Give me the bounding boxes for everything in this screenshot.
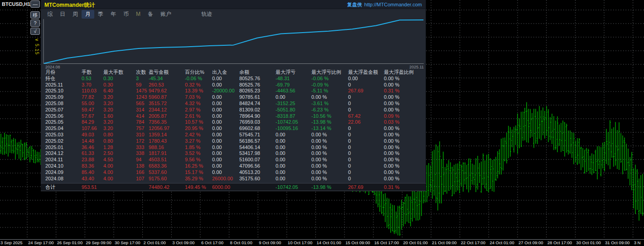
row-label: 2024.09 bbox=[45, 169, 63, 176]
time-axis-label: 8 Oct 01:00 bbox=[230, 240, 252, 245]
table-row-2025.07[interactable]: 2025.0759.473.203142344.122.97 %0.008130… bbox=[41, 107, 426, 113]
menu-item-轨迹[interactable]: 轨迹 bbox=[198, 10, 216, 19]
cell: 0.00 % bbox=[311, 176, 327, 182]
cell: 0.00 bbox=[276, 132, 285, 138]
table-row-2025.10[interactable]: 2025.10110.036.4014759479.6213.39 %-2000… bbox=[41, 88, 426, 94]
cell: 26000.00 bbox=[212, 176, 233, 182]
table-row-2025.09[interactable]: 2025.0977.823.2012435960.877.03 %0.00907… bbox=[41, 94, 426, 101]
cell: 0 bbox=[348, 157, 351, 163]
cell: 15.17 % bbox=[185, 169, 203, 176]
cell: 57.67 bbox=[82, 113, 94, 120]
time-axis-label: 16 Oct 17:00 bbox=[374, 240, 399, 245]
row-label: 2025.02 bbox=[45, 138, 63, 145]
menu-item-月[interactable]: 月 bbox=[82, 10, 94, 19]
cell: -13.14 % bbox=[311, 125, 331, 132]
menu-item-账户[interactable]: 账户 bbox=[157, 10, 175, 19]
table-row-持仓[interactable]: 持仓0.530.303-45.34-0.06 %0.0080525.76-48.… bbox=[41, 76, 426, 82]
table-row-2025.04[interactable]: 2025.04107.663.2075712056.9720.95 %0.006… bbox=[41, 125, 426, 132]
cell: 2005.87 bbox=[149, 113, 167, 120]
table-row-2024.11[interactable]: 2024.1123.884.50944503.519.56 %0.0051600… bbox=[41, 157, 426, 163]
cell: 0 bbox=[348, 94, 351, 101]
cell: 56186.57 bbox=[239, 138, 260, 145]
cell: -5051.80 bbox=[276, 107, 295, 113]
table-row-2025.03[interactable]: 2025.0349.030.803101359.142.42 %0.005754… bbox=[41, 132, 426, 138]
table-row-2025.11[interactable]: 2025.113.700.3059260.530.32 %0.0080525.7… bbox=[41, 82, 426, 88]
time-axis-label: 21 Oct 09:00 bbox=[432, 240, 456, 245]
cell: 4.00 bbox=[103, 176, 113, 182]
brand-url-link[interactable]: http://MTCommander.com bbox=[364, 2, 422, 7]
cell: 20.95 % bbox=[185, 125, 203, 132]
menu-item-综[interactable]: 综 bbox=[44, 10, 56, 19]
cell: 2344.12 bbox=[149, 107, 167, 113]
cell: 0.00 % bbox=[384, 150, 399, 157]
cell: 77.82 bbox=[82, 94, 94, 101]
help-button[interactable]: ? bbox=[30, 19, 40, 27]
move-button[interactable]: 移 bbox=[30, 11, 40, 19]
cell: 80265.23 bbox=[239, 88, 260, 94]
menu-item-年[interactable]: 年 bbox=[107, 10, 120, 19]
cell: 10.57 % bbox=[185, 119, 203, 125]
cell: 3.20 bbox=[103, 119, 113, 125]
table-row-2024.09[interactable]: 2024.0985.404.001665337.6015.17 %0.00405… bbox=[41, 169, 426, 176]
cell: 0.00 bbox=[212, 125, 222, 132]
cell: 1243 bbox=[136, 94, 147, 101]
table-row-2025.08[interactable]: 2025.0855.003.205653515.724.32 %0.008482… bbox=[41, 101, 426, 107]
total-cell: -10742.05 bbox=[276, 183, 298, 191]
table-total-row[interactable]: 合计953.5174480.42149.45 %6000.00-10742.05… bbox=[41, 183, 426, 191]
total-cell: 267.69 bbox=[348, 183, 363, 191]
cell: 0.03 % bbox=[384, 119, 399, 125]
time-axis-label: 28 Oct 17:00 bbox=[547, 240, 572, 245]
equity-start-label: 2024.08 bbox=[45, 65, 60, 69]
cell: 7.03 % bbox=[185, 94, 200, 101]
cell: 3.20 bbox=[103, 94, 113, 101]
menu-item-M[interactable]: M bbox=[132, 10, 144, 18]
cell: 565 bbox=[136, 101, 144, 107]
check-button[interactable]: √ bbox=[30, 28, 40, 35]
cell: 172 bbox=[136, 138, 144, 145]
menu-item-日[interactable]: 日 bbox=[56, 10, 69, 19]
table-row-2024.10[interactable]: 2024.1083.364.001386583.3616.25 %0.00470… bbox=[41, 163, 426, 169]
cell: 0.00 bbox=[212, 94, 222, 101]
cell: 84824.74 bbox=[239, 101, 260, 107]
minimize-button[interactable]: — bbox=[30, 0, 40, 8]
col-header: 最大浮盈金额 bbox=[348, 69, 378, 76]
menu-item-备[interactable]: 备 bbox=[144, 10, 157, 19]
menu-item-周[interactable]: 周 bbox=[69, 10, 82, 19]
table-row-2025.05[interactable]: 2025.0584.293.207847356.3510.57 %0.00769… bbox=[41, 119, 426, 125]
cell: 3.27 % bbox=[185, 138, 200, 145]
table-row-2025.01[interactable]: 2025.0136.461.28333988.161.85 %0.0054406… bbox=[41, 145, 426, 151]
version-label: ∨ 5.15 bbox=[34, 38, 40, 55]
equity-line bbox=[44, 20, 423, 63]
row-label: 2025.09 bbox=[45, 94, 63, 101]
equity-axes bbox=[44, 19, 424, 64]
time-axis-label: 29 Sep 09:00 bbox=[86, 240, 111, 245]
table-row-2025.02[interactable]: 2025.0214.480.801721780.433.27 %0.005618… bbox=[41, 138, 426, 145]
row-label: 2024.12 bbox=[45, 150, 63, 157]
cell: 0.00 bbox=[212, 163, 222, 169]
col-header: 盈亏金额 bbox=[149, 69, 169, 76]
cell: 67.42 bbox=[348, 113, 361, 120]
col-header: 最大浮亏比例 bbox=[311, 69, 341, 76]
cell: -3.61 % bbox=[311, 101, 329, 107]
cell: 0.00 % bbox=[384, 107, 399, 113]
cell: 7356.35 bbox=[149, 119, 167, 125]
table-row-2024.08[interactable]: 2024.0843.404.001079175.6035.29 %26000.0… bbox=[41, 176, 426, 182]
panel-title-bar[interactable]: MTCommander统计 复盘侠http://MTCommander.com bbox=[41, 0, 426, 9]
time-axis-label: 3 Oct 09:00 bbox=[172, 240, 194, 245]
row-label: 2025.07 bbox=[45, 107, 63, 113]
cell: 0.00 % bbox=[311, 157, 327, 163]
col-header: 手数 bbox=[82, 69, 92, 76]
menu-item-季[interactable]: 季 bbox=[94, 10, 107, 19]
menu-item-币[interactable]: 币 bbox=[120, 10, 132, 19]
cell: 0.00 bbox=[276, 169, 285, 176]
table-row-2024.12[interactable]: 2024.1261.332.503381817.913.52 %0.005341… bbox=[41, 150, 426, 157]
col-header: 出入金 bbox=[212, 69, 227, 76]
table-row-2025.06[interactable]: 2025.0657.671.604142005.872.61 %0.007896… bbox=[41, 113, 426, 120]
time-axis-label: 24 Oct 01:00 bbox=[489, 240, 514, 245]
cell: 0.00 % bbox=[384, 82, 399, 88]
cell: 414 bbox=[136, 113, 144, 120]
cell: 16.25 % bbox=[185, 163, 203, 169]
time-axis-label: 2 Oct 01:00 bbox=[144, 240, 166, 245]
cell: 43.40 bbox=[82, 176, 94, 182]
cell: 4503.51 bbox=[149, 157, 167, 163]
